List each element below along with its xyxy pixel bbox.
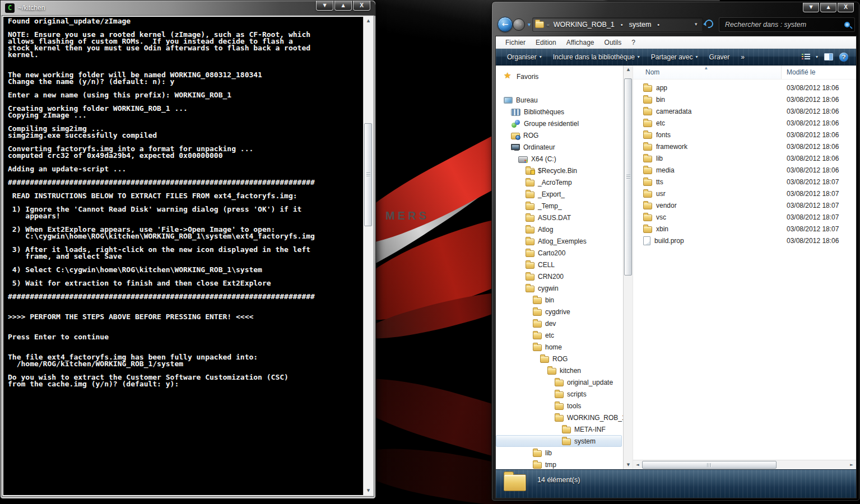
tree-item[interactable]: META-INF bbox=[496, 423, 622, 435]
tree-item[interactable]: X64 (C:) bbox=[496, 153, 622, 165]
menu-item[interactable]: Fichier bbox=[500, 39, 531, 46]
tree-item[interactable]: Atlog bbox=[496, 223, 622, 235]
tree-item[interactable]: WORKING_ROB_1 bbox=[496, 412, 622, 423]
tree-item[interactable]: home bbox=[496, 341, 622, 353]
star-icon bbox=[504, 72, 513, 81]
tree-item[interactable]: _AcroTemp bbox=[496, 176, 622, 188]
file-row[interactable]: framework 03/08/2012 18:06 bbox=[633, 141, 856, 152]
tree-item[interactable]: Bibliothèques bbox=[496, 106, 622, 118]
maximize-button[interactable]: ▲ bbox=[820, 3, 836, 12]
minimize-button[interactable]: ▼ bbox=[803, 3, 819, 12]
toolbar-item[interactable]: Organiser ▾ bbox=[501, 49, 547, 65]
back-button[interactable]: ← bbox=[498, 17, 513, 32]
tree-item[interactable]: scripts bbox=[496, 388, 622, 400]
help-icon[interactable]: ? bbox=[839, 53, 848, 62]
file-row[interactable]: build.prop 03/08/2012 18:06 bbox=[633, 235, 856, 246]
tree-scrollbar[interactable]: ▲ ▼ bbox=[623, 66, 633, 469]
tree-item[interactable]: system bbox=[496, 435, 622, 447]
tree-item[interactable]: CRN200 bbox=[496, 270, 622, 282]
tree-item[interactable]: kitchen bbox=[496, 365, 622, 376]
tree-item[interactable]: lib bbox=[496, 447, 622, 459]
file-row[interactable]: tts 03/08/2012 18:07 bbox=[633, 176, 856, 188]
breadcrumb-segment[interactable]: WORKING_ROB_1 bbox=[550, 21, 618, 29]
file-row[interactable]: etc 03/08/2012 18:06 bbox=[633, 117, 856, 129]
file-row[interactable]: vendor 03/08/2012 18:07 bbox=[633, 199, 856, 211]
scrollbar-thumb[interactable] bbox=[364, 123, 372, 226]
preview-pane-icon[interactable] bbox=[824, 53, 833, 60]
tree-item[interactable]: _Temp_ bbox=[496, 200, 622, 212]
tree-item[interactable]: ROG bbox=[496, 353, 622, 365]
file-list-pane: ▲ Nom Modifié le app 03/08/2012 18:06 bi… bbox=[633, 66, 856, 469]
tree-item[interactable]: _Export_ bbox=[496, 188, 622, 200]
scroll-down-icon[interactable]: ▼ bbox=[624, 461, 633, 469]
change-view-button[interactable]: ▾ bbox=[802, 54, 818, 60]
tree-item[interactable]: Atlog_Exemples bbox=[496, 235, 622, 247]
address-folder-icon bbox=[535, 21, 544, 28]
maximize-button[interactable]: ▲ bbox=[334, 1, 352, 11]
tree-item[interactable]: etc bbox=[496, 329, 622, 341]
toolbar-item[interactable]: Inclure dans la bibliothèque ▾ bbox=[547, 49, 645, 65]
tree-item[interactable]: CELL bbox=[496, 259, 622, 270]
terminal-scrollbar[interactable]: ▲ ▼ bbox=[363, 17, 373, 495]
tree-item[interactable]: dev bbox=[496, 318, 622, 329]
folder-icon bbox=[540, 356, 549, 363]
menu-item[interactable]: Outils bbox=[599, 39, 627, 46]
explorer-client-area: FichierEditionAffichageOutils? Organiser… bbox=[495, 36, 857, 498]
tree-item[interactable]: ASUS.DAT bbox=[496, 212, 622, 223]
scrollbar-thumb[interactable] bbox=[624, 78, 632, 276]
tree-item[interactable]: $Recycle.Bin bbox=[496, 165, 622, 176]
toolbar-item[interactable]: » bbox=[735, 49, 750, 65]
close-button[interactable]: X bbox=[353, 1, 370, 11]
breadcrumb-overflow-icon[interactable]: « bbox=[546, 21, 550, 29]
close-button[interactable]: X bbox=[838, 3, 854, 12]
menu-item[interactable]: ? bbox=[626, 39, 640, 46]
scroll-up-icon[interactable]: ▲ bbox=[624, 66, 633, 74]
tree-item[interactable]: tools bbox=[496, 400, 622, 412]
menu-item[interactable]: Edition bbox=[531, 39, 561, 46]
file-row[interactable]: fonts 03/08/2012 18:06 bbox=[633, 129, 856, 141]
address-bar[interactable]: « WORKING_ROB_1 • system • bbox=[532, 17, 703, 32]
file-row[interactable]: lib 03/08/2012 18:06 bbox=[633, 152, 856, 164]
tree-item[interactable]: ROG bbox=[496, 129, 622, 141]
tree-item[interactable]: bin bbox=[496, 294, 622, 306]
scrollbar-thumb[interactable] bbox=[642, 461, 777, 469]
chevron-down-icon: ▾ bbox=[816, 54, 818, 59]
terminal-client-area[interactable]: Found original_update/zImage NOTE: Ensur… bbox=[2, 16, 374, 496]
scroll-down-icon[interactable]: ▼ bbox=[364, 487, 373, 495]
toolbar-item[interactable]: Graver bbox=[704, 49, 736, 65]
breadcrumb-segment[interactable]: system bbox=[626, 21, 655, 29]
breadcrumb-separator-icon: • bbox=[654, 22, 662, 28]
toolbar-item[interactable]: Partager avec ▾ bbox=[645, 49, 704, 65]
file-row[interactable]: bin 03/08/2012 18:06 bbox=[633, 94, 856, 105]
tree-item[interactable]: cygdrive bbox=[496, 306, 622, 318]
file-row[interactable]: media 03/08/2012 18:06 bbox=[633, 164, 856, 176]
scroll-up-icon[interactable]: ▲ bbox=[364, 17, 373, 25]
folder-icon bbox=[643, 85, 652, 92]
recent-pages-dropdown-icon[interactable]: ▾ bbox=[528, 21, 531, 27]
file-row[interactable]: xbin 03/08/2012 18:07 bbox=[633, 223, 856, 235]
minimize-button[interactable]: ▼ bbox=[316, 1, 333, 11]
tree-item[interactable]: Groupe résidentiel bbox=[496, 118, 622, 129]
refresh-icon[interactable] bbox=[703, 18, 714, 29]
file-row[interactable]: app 03/08/2012 18:06 bbox=[633, 82, 856, 94]
tree-item[interactable]: Carto200 bbox=[496, 247, 622, 259]
tree-item[interactable]: cygwin bbox=[496, 282, 622, 294]
scroll-left-icon[interactable]: ◄ bbox=[633, 460, 642, 470]
folder-tree: Favoris Bureau Bibliothèques Groupe rési… bbox=[496, 66, 623, 469]
scroll-right-icon[interactable]: ► bbox=[847, 460, 856, 470]
search-icon[interactable] bbox=[844, 22, 850, 27]
file-row[interactable]: vsc 03/08/2012 18:07 bbox=[633, 211, 856, 223]
tree-item[interactable]: tmp bbox=[496, 459, 622, 469]
tree-item[interactable]: Bureau bbox=[496, 94, 622, 106]
file-row[interactable]: cameradata 03/08/2012 18:06 bbox=[633, 105, 856, 117]
menu-item[interactable]: Affichage bbox=[561, 39, 599, 46]
tree-item[interactable]: Ordinateur bbox=[496, 141, 622, 153]
forward-button[interactable]: → bbox=[513, 18, 525, 31]
tree-item[interactable]: original_update bbox=[496, 376, 622, 388]
column-header-modifie-le[interactable]: Modifié le bbox=[782, 66, 856, 79]
address-dropdown-icon[interactable]: ▾ bbox=[695, 21, 698, 27]
horizontal-scrollbar[interactable]: ◄ ► bbox=[633, 460, 856, 469]
search-input[interactable] bbox=[724, 20, 844, 29]
file-row[interactable]: usr 03/08/2012 18:07 bbox=[633, 188, 856, 199]
tree-item[interactable]: Favoris bbox=[496, 71, 622, 82]
